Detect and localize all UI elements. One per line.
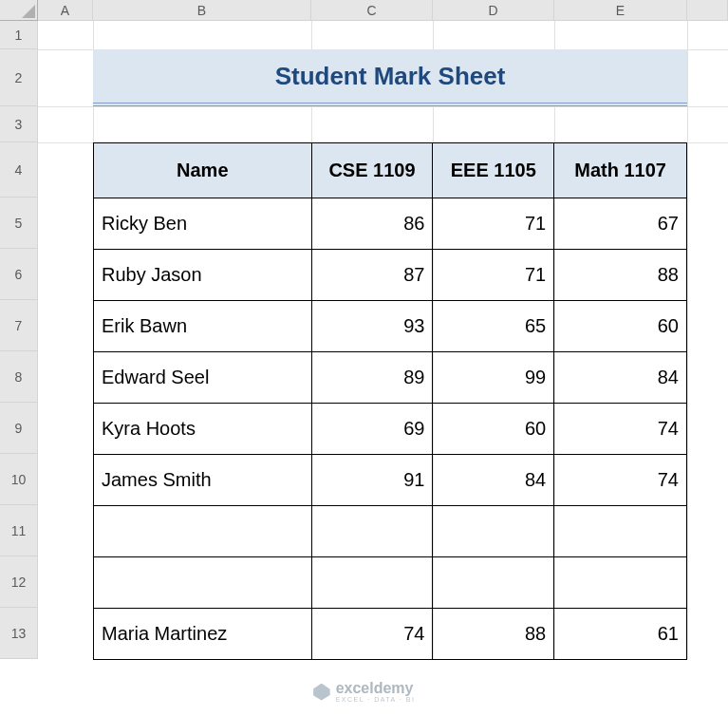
watermark: exceldemy EXCEL · DATA · BI [313, 681, 416, 703]
col-header-a[interactable]: A [38, 0, 93, 21]
watermark-main: exceldemy [336, 681, 416, 696]
watermark-sub: EXCEL · DATA · BI [336, 696, 416, 703]
cell-name[interactable]: James Smith [94, 455, 312, 506]
row-header-4[interactable]: 4 [0, 142, 38, 198]
cell-eee[interactable] [433, 506, 554, 557]
watermark-text: exceldemy EXCEL · DATA · BI [336, 681, 416, 703]
row-header-9[interactable]: 9 [0, 403, 38, 454]
sheet-title: Student Mark Sheet [93, 49, 687, 106]
table-row: Ricky Ben 86 71 67 [94, 198, 687, 250]
cell-math[interactable]: 61 [554, 609, 687, 660]
cell-name[interactable] [94, 506, 312, 557]
cell-cse[interactable] [311, 506, 433, 557]
row-header-1[interactable]: 1 [0, 21, 38, 49]
cell-cse[interactable]: 69 [311, 404, 433, 455]
cell-math[interactable]: 60 [554, 301, 687, 352]
cell-eee[interactable]: 88 [433, 609, 554, 660]
table-header-row: Name CSE 1109 EEE 1105 Math 1107 [94, 143, 687, 198]
cell-cse[interactable]: 87 [311, 250, 433, 301]
row-header-11[interactable]: 11 [0, 505, 38, 556]
table-row: Ruby Jason 87 71 88 [94, 250, 687, 301]
table-row: Edward Seel 89 99 84 [94, 352, 687, 404]
header-name[interactable]: Name [94, 143, 312, 198]
cell-cse[interactable]: 91 [311, 455, 433, 506]
cell-math[interactable]: 88 [554, 250, 687, 301]
cell-eee[interactable] [433, 557, 554, 609]
table-row: James Smith 91 84 74 [94, 455, 687, 506]
marks-table: Name CSE 1109 EEE 1105 Math 1107 Ricky B… [93, 142, 687, 660]
cell-eee[interactable]: 65 [433, 301, 554, 352]
cell-eee[interactable]: 71 [433, 250, 554, 301]
cell-eee[interactable]: 99 [433, 352, 554, 404]
row-header-3[interactable]: 3 [0, 106, 38, 142]
cell-math[interactable] [554, 506, 687, 557]
col-header-b[interactable]: B [93, 0, 311, 21]
cell-name[interactable]: Maria Martinez [94, 609, 312, 660]
row-header-13[interactable]: 13 [0, 608, 38, 659]
header-math[interactable]: Math 1107 [554, 143, 687, 198]
cell-name[interactable]: Edward Seel [94, 352, 312, 404]
table-row-empty [94, 506, 687, 557]
cell-name[interactable] [94, 557, 312, 609]
header-eee[interactable]: EEE 1105 [433, 143, 554, 198]
cell-math[interactable]: 67 [554, 198, 687, 250]
header-cse[interactable]: CSE 1109 [311, 143, 433, 198]
cell-name[interactable]: Ruby Jason [94, 250, 312, 301]
row-header-6[interactable]: 6 [0, 249, 38, 300]
spreadsheet-grid: A B C D E 1 2 3 4 5 6 7 8 9 10 11 12 13 … [0, 0, 728, 659]
cell-cse[interactable]: 86 [311, 198, 433, 250]
cell-eee[interactable]: 71 [433, 198, 554, 250]
row-header-10[interactable]: 10 [0, 454, 38, 505]
cell-math[interactable]: 74 [554, 455, 687, 506]
select-all-corner[interactable] [0, 0, 38, 21]
row-header-5[interactable]: 5 [0, 198, 38, 249]
cell-cse[interactable]: 93 [311, 301, 433, 352]
col-header-c[interactable]: C [311, 0, 433, 21]
exceldemy-logo-icon [313, 684, 330, 701]
cell-cse[interactable]: 74 [311, 609, 433, 660]
row-header-12[interactable]: 12 [0, 556, 38, 608]
cell-eee[interactable]: 84 [433, 455, 554, 506]
col-header-e[interactable]: E [554, 0, 687, 21]
cell-math[interactable]: 84 [554, 352, 687, 404]
cell-math[interactable]: 74 [554, 404, 687, 455]
row-header-8[interactable]: 8 [0, 351, 38, 403]
cell-cse[interactable] [311, 557, 433, 609]
table-row: Maria Martinez 74 88 61 [94, 609, 687, 660]
table-row: Kyra Hoots 69 60 74 [94, 404, 687, 455]
table-row-empty [94, 557, 687, 609]
table-row: Erik Bawn 93 65 60 [94, 301, 687, 352]
row-header-7[interactable]: 7 [0, 300, 38, 351]
cell-name[interactable]: Ricky Ben [94, 198, 312, 250]
cell-cse[interactable]: 89 [311, 352, 433, 404]
cell-name[interactable]: Erik Bawn [94, 301, 312, 352]
col-header-blank[interactable] [687, 0, 728, 21]
cell-eee[interactable]: 60 [433, 404, 554, 455]
row-header-2[interactable]: 2 [0, 49, 38, 106]
cell-area[interactable]: Student Mark Sheet Name CSE 1109 EEE 110… [38, 21, 728, 659]
col-header-d[interactable]: D [433, 0, 554, 21]
cell-name[interactable]: Kyra Hoots [94, 404, 312, 455]
cell-math[interactable] [554, 557, 687, 609]
